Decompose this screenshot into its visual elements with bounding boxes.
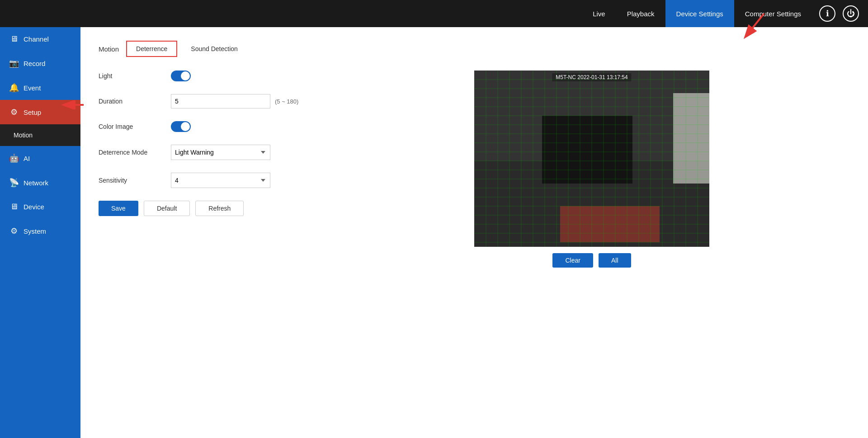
tab-deterrence[interactable]: Deterrence [126,41,177,57]
camera-view: M5T-NC 2022-01-31 13:17:54 [474,71,709,247]
camera-info-text: M5T-NC 2022-01-31 13:17:54 [552,73,631,81]
sidebar-item-system[interactable]: ⚙ System [0,219,80,243]
duration-control: (5 ~ 180) [171,94,307,108]
form-left: Light Duration (5 ~ 180) Color Image [99,71,307,268]
duration-input[interactable] [171,94,270,108]
topbar: Live Playback Device Settings Computer S… [0,0,868,27]
all-button[interactable]: All [599,253,631,268]
ai-icon: 🤖 [9,153,19,163]
sensitivity-control: 1 2 3 4 5 [171,173,307,188]
sidebar-label-system: System [24,227,46,235]
form-button-group: Save Default Refresh [99,201,307,216]
sidebar-label-event: Event [24,84,41,92]
sidebar-item-motion[interactable]: Motion [0,124,80,146]
sidebar-item-event[interactable]: 🔔 Event [0,75,80,100]
info-icon[interactable]: ℹ [819,5,835,22]
deterrence-mode-row: Deterrence Mode Light Warning Alarm Ligh… [99,145,307,160]
sidebar-label-ai: AI [24,155,30,162]
tab-sound-detection[interactable]: Sound Detection [181,41,248,57]
color-image-control [171,121,307,132]
main-layout: 🖥 Channel 📷 Record 🔔 Event ⚙ Setup Motio… [0,27,868,438]
clear-button[interactable]: Clear [552,253,593,268]
device-icon: 🖥 [9,202,19,212]
duration-label: Duration [99,98,171,105]
sidebar-item-ai[interactable]: 🤖 AI [0,146,80,170]
sidebar-item-channel[interactable]: 🖥 Channel [0,27,80,51]
deterrence-mode-control: Light Warning Alarm Light & Alarm [171,145,307,160]
sensitivity-select[interactable]: 1 2 3 4 5 [171,173,270,188]
sidebar-item-setup[interactable]: ⚙ Setup [0,100,80,124]
duration-hint: (5 ~ 180) [275,98,298,105]
power-icon[interactable]: ⏻ [843,5,859,22]
sidebar-item-network[interactable]: 📡 Network [0,170,80,195]
sidebar-label-device: Device [24,203,44,211]
duration-row: Duration (5 ~ 180) [99,94,307,108]
camera-area: M5T-NC 2022-01-31 13:17:54 Clear All [334,71,850,268]
device-settings-button[interactable]: Device Settings [665,0,734,27]
sidebar-item-device[interactable]: 🖥 Device [0,195,80,219]
setup-icon: ⚙ [9,107,19,117]
deterrence-mode-select[interactable]: Light Warning Alarm Light & Alarm [171,145,270,160]
refresh-button[interactable]: Refresh [195,201,244,216]
network-icon: 📡 [9,178,19,188]
light-control [171,71,307,81]
light-label: Light [99,72,171,80]
sidebar-label-channel: Channel [24,35,49,43]
section-label: Motion [99,45,119,53]
sidebar-item-record[interactable]: 📷 Record [0,51,80,75]
sidebar-label-motion: Motion [14,132,33,139]
save-button[interactable]: Save [99,201,138,216]
playback-button[interactable]: Playback [616,0,665,27]
sensitivity-label: Sensitivity [99,177,171,184]
form-content: Light Duration (5 ~ 180) Color Image [99,71,850,268]
sidebar-label-setup: Setup [24,108,41,116]
sidebar-label-record: Record [24,60,45,67]
default-button[interactable]: Default [144,201,190,216]
sensitivity-row: Sensitivity 1 2 3 4 5 [99,173,307,188]
channel-icon: 🖥 [9,34,19,44]
color-image-label: Color Image [99,123,171,130]
content-area: Motion Deterrence Sound Detection Light … [80,27,868,438]
color-image-row: Color Image [99,121,307,132]
camera-background-svg [474,71,709,247]
event-icon: 🔔 [9,83,19,93]
live-button[interactable]: Live [582,0,616,27]
light-row: Light [99,71,307,81]
tabs-row: Motion Deterrence Sound Detection [99,41,850,57]
light-toggle[interactable] [171,71,191,81]
sidebar: 🖥 Channel 📷 Record 🔔 Event ⚙ Setup Motio… [0,27,80,438]
computer-settings-button[interactable]: Computer Settings [734,0,812,27]
color-image-toggle[interactable] [171,121,191,132]
svg-rect-4 [542,116,632,184]
system-icon: ⚙ [9,226,19,236]
camera-button-row: Clear All [552,253,631,268]
record-icon: 📷 [9,58,19,68]
deterrence-mode-label: Deterrence Mode [99,149,171,156]
sidebar-label-network: Network [24,179,48,187]
